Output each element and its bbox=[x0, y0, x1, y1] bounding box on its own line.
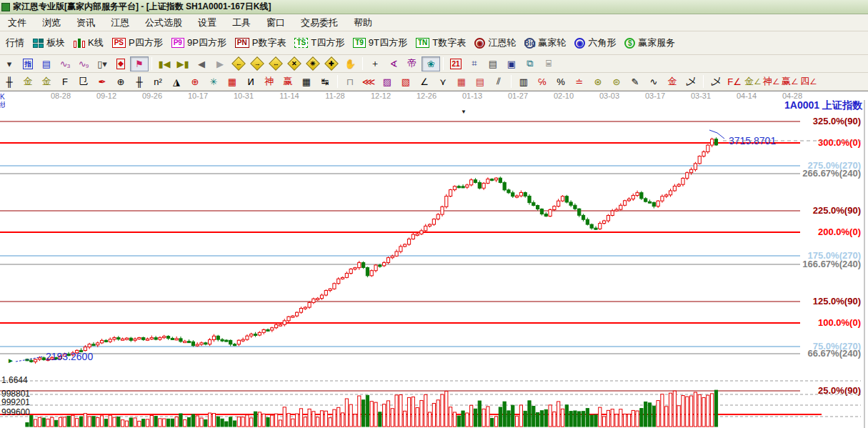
tool-shift-left[interactable]: ← bbox=[229, 56, 248, 71]
draw-percent-slope[interactable]: ℅ bbox=[533, 74, 552, 89]
toolbar-button-sectors[interactable]: 板块 bbox=[29, 34, 69, 51]
tool-network[interactable]: ⧉ bbox=[521, 56, 539, 71]
tool-color-flag-chart[interactable]: ⚑ bbox=[130, 56, 149, 71]
tool-calculator[interactable]: ⌗ bbox=[465, 56, 484, 71]
draw-gold-circle-1[interactable]: ⊛ bbox=[589, 74, 607, 89]
draw-scale-list[interactable]: ▥ bbox=[514, 74, 533, 89]
draw-angle-f[interactable]: F∠ bbox=[725, 74, 744, 89]
toolbar-button-p9-square[interactable]: P99P四方形 bbox=[167, 34, 231, 51]
draw-percent[interactable]: % bbox=[552, 74, 570, 89]
draw-span-arrows[interactable]: ↹ bbox=[316, 74, 334, 89]
tool-last-kline[interactable]: ▶▮ bbox=[174, 56, 192, 71]
draw-box-tool[interactable]: ⊓ bbox=[341, 74, 359, 89]
menu-item-5[interactable]: 设置 bbox=[190, 14, 224, 31]
draw-grid-123[interactable]: ▦ bbox=[297, 74, 316, 89]
tool-expand-bars[interactable]: ✳ bbox=[304, 56, 322, 71]
menu-item-9[interactable]: 帮助 bbox=[346, 14, 380, 31]
draw-n-marks[interactable]: Ͷ bbox=[241, 74, 260, 89]
toolbar-button-winner-wheel[interactable]: Big赢家轮 bbox=[520, 34, 570, 51]
draw-fan-grid-purple[interactable]: ▨ bbox=[378, 74, 396, 89]
menu-item-1[interactable]: 浏览 bbox=[34, 14, 69, 31]
tool-prev-kline[interactable]: ◀ bbox=[192, 56, 211, 71]
draw-square-grid-1[interactable]: ▦ bbox=[452, 74, 471, 89]
tool-info-list[interactable]: ▤ bbox=[37, 56, 56, 71]
toolbar-button-winner-service[interactable]: $赢家服务 bbox=[620, 34, 679, 51]
tool-notes[interactable]: ▤ bbox=[484, 56, 502, 71]
draw-angle-plain[interactable]: 乄 bbox=[707, 74, 725, 89]
toolbar-button-quotes[interactable]: 行情 bbox=[1, 34, 29, 51]
tool-compress-bars[interactable]: ✕ bbox=[285, 56, 304, 71]
angle-plain-icon: 乄 bbox=[712, 75, 721, 88]
tool-hand-drag[interactable]: ✋ bbox=[341, 56, 359, 71]
draw-wave-tool[interactable]: ∿ bbox=[644, 74, 663, 89]
menu-item-6[interactable]: 工具 bbox=[224, 14, 259, 31]
menu-item-2[interactable]: 资讯 bbox=[69, 14, 103, 31]
draw-n-square[interactable]: n² bbox=[149, 74, 167, 89]
menu-item-3[interactable]: 江恩 bbox=[103, 14, 137, 31]
draw-fan-grid-red[interactable]: ▧ bbox=[396, 74, 415, 89]
tool-indicator-select[interactable]: 指 bbox=[19, 56, 37, 71]
draw-gold-time-ruler-1[interactable]: 金 bbox=[19, 74, 37, 89]
draw-red-grid[interactable]: ▦ bbox=[223, 74, 241, 89]
tool-emperor-tool[interactable]: 帝 bbox=[403, 56, 421, 71]
draw-gold-time-ruler-2[interactable]: 金 bbox=[37, 74, 56, 89]
toolbar-button-p-number-table[interactable]: PNP数字表 bbox=[231, 34, 291, 51]
title-bar[interactable]: 家江恩专业版[赢家内部服务平台] - [上证指数 SH1A0001-167日K线… bbox=[0, 0, 868, 14]
draw-time-grid[interactable]: ╫ bbox=[130, 74, 149, 89]
toolbar-button-gann-wheel[interactable]: ◉江恩轮 bbox=[470, 34, 520, 51]
draw-angle-ying[interactable]: 赢∠ bbox=[781, 74, 799, 89]
menu-item-8[interactable]: 交易委托 bbox=[293, 14, 346, 31]
tool-calendar[interactable]: 21 bbox=[447, 56, 465, 71]
draw-red-compass[interactable]: ⊕ bbox=[186, 74, 204, 89]
tool-crosshair[interactable]: ＋ bbox=[366, 56, 384, 71]
tool-first-kline[interactable]: ▮◀ bbox=[155, 56, 174, 71]
toolbar-button-hexagon[interactable]: ◉六角形 bbox=[570, 34, 620, 51]
draw-mirror-angle[interactable]: ◮ bbox=[167, 74, 186, 89]
menu-item-0[interactable]: 文件 bbox=[0, 14, 34, 31]
tool-full-view[interactable]: ✚ bbox=[322, 56, 341, 71]
draw-spiral-tool[interactable]: 㔾 bbox=[74, 74, 93, 89]
toolbar-button-t9-square[interactable]: T99T四方形 bbox=[349, 34, 411, 51]
tool-angle-ruler[interactable]: ∢ bbox=[384, 56, 403, 71]
draw-angle-lines[interactable]: ∠ bbox=[415, 74, 434, 89]
toolbar-button-p-square[interactable]: PSP四方形 bbox=[108, 34, 167, 51]
draw-fibonacci-ruler[interactable]: F bbox=[56, 74, 74, 89]
menu-item-7[interactable]: 窗口 bbox=[259, 14, 293, 31]
tool-shift-right[interactable]: → bbox=[248, 56, 266, 71]
draw-gann-time-ruler[interactable]: ╫ bbox=[0, 74, 19, 89]
tool-candle-style-dropdown[interactable]: ▯▾ bbox=[93, 56, 111, 71]
tool-save-disk[interactable]: ▣ bbox=[502, 56, 521, 71]
draw-angle-gold[interactable]: 金∠ bbox=[744, 74, 762, 89]
menu-item-4[interactable]: 公式选股 bbox=[137, 14, 190, 31]
tool-next-kline[interactable]: ▶ bbox=[211, 56, 229, 71]
draw-spider-web[interactable]: ✳ bbox=[204, 74, 223, 89]
toolbar-button-t-square[interactable]: TST四方形 bbox=[290, 34, 349, 51]
draw-j-angle[interactable]: 乄 bbox=[682, 74, 700, 89]
draw-gold-line[interactable]: 金 bbox=[663, 74, 682, 89]
draw-parallel-lines[interactable]: ⫽ bbox=[489, 74, 508, 89]
draw-red-pen[interactable]: ✒ bbox=[93, 74, 111, 89]
kline-chart-area[interactable]: K线 325.0%(90)300.0%(0)275.0%(270)266.67%… bbox=[0, 100, 868, 428]
draw-angle-shen[interactable]: 神∠ bbox=[762, 74, 781, 89]
toolbar-button-t-number-table[interactable]: TNT数字表 bbox=[411, 34, 470, 51]
tool-period-dropdown[interactable]: ▾ bbox=[0, 56, 19, 71]
tool-wave-3[interactable]: ∿3 bbox=[56, 56, 74, 71]
draw-square-grid-2[interactable]: ▤ bbox=[471, 74, 489, 89]
draw-pen-ruler[interactable]: ✎ bbox=[626, 74, 644, 89]
tool-workstation[interactable]: ⌸ bbox=[539, 56, 558, 71]
toolbar-button-kline[interactable]: K线 bbox=[69, 34, 108, 51]
draw-v-lines[interactable]: ⋎ bbox=[434, 74, 452, 89]
draw-ying-tool[interactable]: 赢 bbox=[279, 74, 297, 89]
v-lines-icon: ⋎ bbox=[439, 76, 447, 87]
draw-percent-line[interactable]: ≐ bbox=[570, 74, 589, 89]
tool-zoom-horizontal[interactable]: ↔ bbox=[266, 56, 285, 71]
tool-wave-9[interactable]: ∿9 bbox=[74, 56, 93, 71]
draw-gold-circle-2[interactable]: ⊜ bbox=[607, 74, 626, 89]
draw-angle-si[interactable]: 四∠ bbox=[799, 74, 818, 89]
draw-cycle-circle[interactable]: ⊕ bbox=[111, 74, 130, 89]
kline-chart-canvas[interactable]: 325.0%(90)300.0%(0)275.0%(270)266.67%(24… bbox=[0, 100, 868, 428]
tool-smart-brain[interactable]: ❀ bbox=[421, 56, 440, 71]
tool-red-seal-tool[interactable]: ❖ bbox=[111, 56, 130, 71]
draw-gann-fan[interactable]: ⋘ bbox=[359, 74, 378, 89]
draw-shen-tool[interactable]: 神 bbox=[260, 74, 279, 89]
